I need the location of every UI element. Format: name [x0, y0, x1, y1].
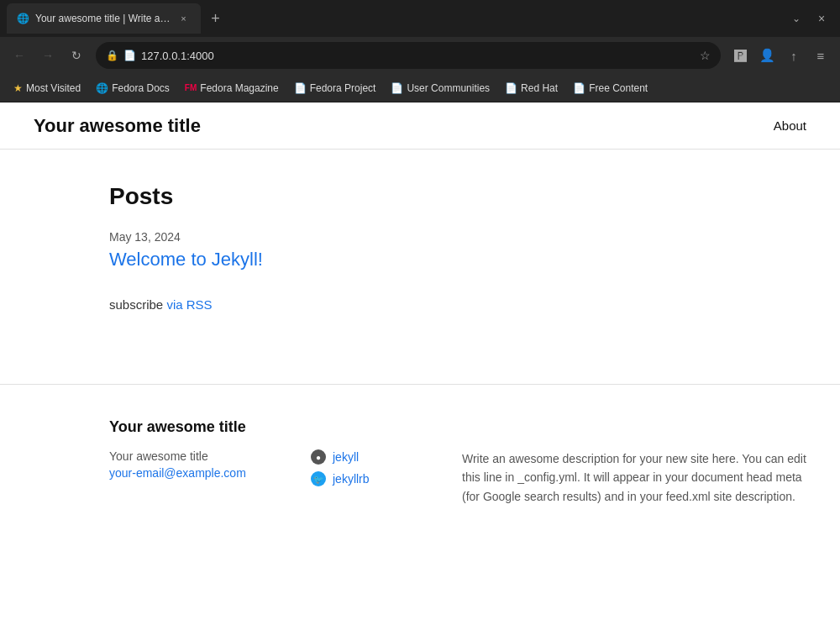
footer-column-2: ● jekyll 🐦 jekyllrb [311, 449, 445, 506]
browser-chrome: 🌐 Your awesome title | Write a… × + ⌄ × … [0, 0, 840, 102]
active-tab[interactable]: 🌐 Your awesome title | Write a… × [7, 3, 201, 34]
security-icon: 🔒 [106, 50, 118, 61]
github-link[interactable]: ● jekyll [311, 449, 445, 465]
extensions-icon[interactable]: ↑ [781, 43, 806, 68]
post-item: May 13, 2024 Welcome to Jekyll! [109, 230, 806, 270]
menu-icon[interactable]: ≡ [808, 43, 833, 68]
forward-button[interactable]: → [35, 43, 60, 68]
subscribe-section: subscribe via RSS [109, 297, 806, 312]
globe-icon: 🌐 [96, 82, 108, 94]
site-nav: About [774, 118, 806, 134]
page-icon-fc: 📄 [573, 82, 585, 94]
account-icon[interactable]: 👤 [754, 43, 780, 68]
bookmark-user-communities-label: User Communities [407, 82, 490, 94]
bookmark-fedora-project[interactable]: 📄 Fedora Project [287, 77, 383, 99]
bookmark-fedora-magazine[interactable]: FM Fedora Magazine [178, 77, 286, 99]
address-bar[interactable]: 🔒 📄 127.0.0.1:4000 ☆ [96, 42, 721, 69]
site-header: Your awesome title About [0, 102, 840, 150]
star-icon: ★ [13, 82, 23, 94]
footer-grid: Your awesome title your-email@example.co… [109, 449, 806, 506]
site-footer: Your awesome title Your awesome title yo… [0, 385, 840, 539]
reload-button[interactable]: ↻ [64, 43, 89, 68]
tab-controls: ⌄ × [786, 7, 833, 30]
bookmark-red-hat[interactable]: 📄 Red Hat [498, 77, 564, 99]
bookmark-user-communities[interactable]: 📄 User Communities [384, 77, 496, 99]
footer-column-3: Write an awesome description for your ne… [462, 449, 806, 506]
bookmark-free-content-label: Free Content [589, 82, 648, 94]
tab-close-button[interactable]: × [177, 12, 191, 25]
twitter-label: jekyllrb [333, 472, 370, 486]
site-title: Your awesome title [34, 115, 201, 137]
back-button[interactable]: ← [7, 43, 32, 68]
bookmark-fedora-project-label: Fedora Project [310, 82, 376, 94]
bookmark-fedora-docs[interactable]: 🌐 Fedora Docs [89, 77, 176, 99]
footer-email-link[interactable]: your-email@example.com [109, 466, 294, 480]
github-icon: ● [311, 449, 326, 465]
bookmarks-bar: ★ Most Visited 🌐 Fedora Docs FM Fedora M… [0, 74, 840, 102]
page-icon-fp: 📄 [294, 82, 307, 94]
main-content: Posts May 13, 2024 Welcome to Jekyll! su… [0, 150, 840, 385]
github-label: jekyll [333, 450, 359, 464]
footer-description: Write an awesome description for your ne… [462, 452, 806, 503]
footer-site-name: Your awesome title [109, 449, 294, 463]
fm-icon: FM [185, 83, 197, 92]
toolbar-icons: 🅿 👤 ↑ ≡ [727, 43, 833, 68]
bookmark-red-hat-label: Red Hat [521, 82, 558, 94]
posts-heading: Posts [109, 183, 806, 210]
footer-site-title: Your awesome title [109, 418, 806, 436]
tab-bar: 🌐 Your awesome title | Write a… × + ⌄ × [0, 0, 840, 37]
page-content: Your awesome title About Posts May 13, 2… [0, 102, 840, 625]
footer-column-1: Your awesome title your-email@example.co… [109, 449, 294, 506]
page-icon: 📄 [123, 50, 136, 61]
bookmark-fedora-magazine-label: Fedora Magazine [200, 82, 278, 94]
address-text: 127.0.0.1:4000 [141, 50, 695, 62]
post-title-link[interactable]: Welcome to Jekyll! [109, 249, 263, 270]
tab-dropdown-button[interactable]: ⌄ [786, 8, 806, 29]
tab-favicon-icon: 🌐 [17, 13, 29, 24]
bookmark-free-content[interactable]: 📄 Free Content [566, 77, 654, 99]
bookmark-star-icon[interactable]: ☆ [700, 49, 711, 62]
rss-link[interactable]: via RSS [166, 297, 212, 312]
page-icon-uc: 📄 [391, 82, 403, 94]
twitter-icon: 🐦 [311, 471, 326, 486]
pocket-icon[interactable]: 🅿 [727, 43, 753, 68]
page-icon-rh: 📄 [505, 82, 517, 94]
bookmark-most-visited-label: Most Visited [26, 82, 81, 94]
about-nav-link[interactable]: About [774, 118, 806, 133]
subscribe-prefix: subscribe [109, 297, 163, 312]
twitter-link[interactable]: 🐦 jekyllrb [311, 471, 445, 486]
bookmark-fedora-docs-label: Fedora Docs [112, 82, 170, 94]
new-tab-button[interactable]: + [204, 7, 228, 30]
bookmark-most-visited[interactable]: ★ Most Visited [7, 77, 87, 99]
post-date: May 13, 2024 [109, 230, 806, 244]
tab-title: Your awesome title | Write a… [35, 13, 171, 24]
window-close-button[interactable]: × [810, 7, 833, 30]
navigation-bar: ← → ↻ 🔒 📄 127.0.0.1:4000 ☆ 🅿 👤 ↑ ≡ [0, 37, 840, 74]
